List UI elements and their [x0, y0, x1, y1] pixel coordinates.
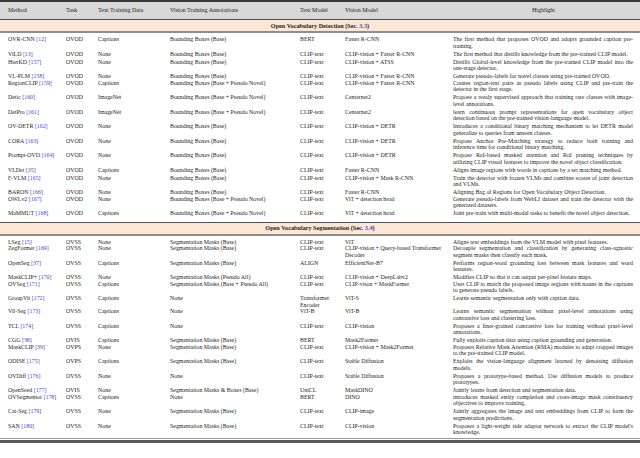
citation-link[interactable]: [174] — [20, 323, 33, 329]
text-training-data-cell: Captions — [98, 394, 170, 407]
table-row: OVDiff [176] OVSS None None CLIP-text St… — [0, 373, 640, 386]
text-training-data-cell: Captions — [98, 80, 170, 93]
column-header: Vision Model — [345, 7, 453, 14]
section-title-close: ) — [367, 22, 369, 29]
citation-link[interactable]: [173] — [27, 308, 40, 314]
citation-link[interactable]: [37] — [31, 260, 41, 266]
citation-link[interactable]: [162] — [35, 123, 48, 129]
citation-link[interactable]: [176] — [28, 373, 41, 379]
vision-model-cell: ViT + detection head — [345, 210, 453, 217]
vision-model-cell: Centernet2 — [345, 94, 453, 107]
text-model-cell: BERT — [300, 36, 345, 49]
table-bottom-rule-bar — [0, 440, 640, 443]
vision-model-cell: CLIP-vision + Mask R-CNN — [345, 175, 453, 188]
citation-link[interactable]: [172] — [32, 295, 45, 301]
method-name: TCL — [8, 323, 19, 329]
citation-link[interactable]: [170] — [39, 274, 52, 280]
method-cell: Cat-Seg [179] — [8, 408, 66, 421]
citation-link[interactable]: [165] — [28, 175, 41, 181]
citation-link[interactable]: [161] — [26, 109, 39, 115]
column-header: Task — [66, 7, 98, 14]
citation-link[interactable]: [168] — [36, 210, 49, 216]
citation-link[interactable]: [175] — [27, 358, 40, 364]
citation-link[interactable]: [180] — [21, 423, 34, 429]
citation-link[interactable]: [39] — [35, 344, 45, 350]
text-training-data-cell: Captions — [98, 281, 170, 294]
text-training-data-cell: None — [98, 138, 170, 151]
text-training-data-cell: Captions — [98, 210, 170, 217]
method-cell: F-VLM [165] — [8, 175, 66, 188]
highlight-cell: Joint pre-train with multi-modal tasks t… — [453, 210, 634, 217]
citation-link[interactable]: [177] — [34, 387, 47, 393]
citation-link[interactable]: [157] — [28, 59, 41, 65]
column-header: Highlight — [453, 7, 634, 14]
method-name: Cat-Seg — [8, 408, 27, 414]
citation-link[interactable]: [164] — [42, 152, 55, 158]
vision-annotations-cell: None — [170, 295, 300, 308]
section-number-link[interactable]: 3.4 — [365, 224, 373, 231]
vision-model-cell: DINO — [345, 394, 453, 407]
citation-link[interactable]: [163] — [26, 138, 39, 144]
section-number-link[interactable]: 3.3 — [359, 22, 367, 29]
citation-link[interactable]: [167] — [29, 196, 42, 202]
citation-link[interactable]: [166] — [30, 189, 43, 195]
vision-model-cell: Stable Diffusion — [345, 373, 453, 386]
highlight-cell: Generate pseudo-labels from WebLI datase… — [453, 196, 634, 209]
task-cell: OVOD — [66, 175, 98, 188]
method-cell: RegionCLIP [159] — [8, 80, 66, 93]
text-training-data-cell: ImageNet — [98, 94, 170, 107]
text-model-cell: CLIP-text — [300, 167, 345, 174]
method-cell: CORA [163] — [8, 138, 66, 151]
citation-link[interactable]: [171] — [27, 281, 40, 287]
section-title: Open Vocabulary Segmentation (Sec. — [265, 224, 365, 231]
method-name: SAN — [8, 423, 20, 429]
vision-model-cell: CLIP-vision + DETR — [345, 123, 453, 136]
table-row: CORA [163] OVOD None Bounding Boxes (Bas… — [0, 138, 640, 151]
method-name: BARON — [8, 189, 29, 195]
task-cell: OVOD — [66, 210, 98, 217]
task-cell: OVOD — [66, 59, 98, 72]
method-cell: TCL [174] — [8, 323, 66, 336]
section-rows: LSeg [15] OVSS None Segmentation Masks (… — [0, 236, 640, 436]
method-name: OpenSeg — [8, 260, 30, 266]
highlight-cell: Aligns image regions with words in capti… — [453, 167, 634, 174]
method-cell: OVSeg [171] — [8, 281, 66, 294]
citation-link[interactable]: [159] — [39, 80, 52, 86]
text-training-data-cell: ImageNet — [98, 109, 170, 122]
method-name: GroupVit — [8, 295, 30, 301]
vision-annotations-cell: Bounding Boxes (Base) — [170, 167, 300, 174]
task-cell: OVSS — [66, 423, 98, 436]
table-header-row: MethodTaskText Training DataVision Train… — [0, 0, 640, 20]
method-cell: GroupVit [172] — [8, 295, 66, 308]
table-row: HierKD [157] OVOD None Bounding Boxes (B… — [0, 59, 640, 72]
vision-annotations-cell: Bounding Boxes (Base + Pseudo Novel) — [170, 210, 300, 217]
vision-annotations-cell: Bounding Boxes (Base) — [170, 59, 300, 72]
highlight-cell: Proposes a finer-grained contrastive los… — [453, 323, 634, 336]
text-training-data-cell: Captions — [98, 260, 170, 273]
table-row: ViLD [13] OVOD None Bounding Boxes (Base… — [0, 51, 640, 58]
citation-link[interactable]: [13] — [23, 51, 33, 57]
text-training-data-cell: Captions — [98, 308, 170, 321]
citation-link[interactable]: [178] — [44, 394, 57, 400]
text-model-cell: Transformer Encoder — [300, 295, 345, 308]
vision-annotations-cell: None — [170, 308, 300, 321]
citation-link[interactable]: [12] — [36, 36, 46, 42]
method-name: MaskCLIP+ — [8, 274, 37, 280]
text-model-cell: CLIP-text — [300, 281, 345, 294]
task-cell: OVOD — [66, 138, 98, 151]
citation-link[interactable]: [169] — [36, 245, 49, 251]
table-row: MaMMUT [168] OVOD Captions Bounding Boxe… — [0, 210, 640, 217]
table-row: OVSeg [171] OVSS Captions Segmentation M… — [0, 281, 640, 294]
citation-link[interactable]: [158] — [31, 73, 44, 79]
citation-link[interactable]: [160] — [22, 94, 35, 100]
highlight-cell: Propose a wealy supervised approach that… — [453, 94, 634, 107]
citation-link[interactable]: [38] — [22, 337, 32, 343]
citation-link[interactable]: [179] — [28, 408, 41, 414]
method-name: OVSegmentor — [8, 394, 42, 400]
highlight-cell: learn continuous prompt representations … — [453, 109, 634, 122]
method-name: Vil-Seg — [8, 308, 26, 314]
citation-link[interactable]: [15] — [22, 239, 32, 245]
citation-link[interactable]: [35] — [26, 167, 36, 173]
method-name: Prompt-OVD — [8, 152, 40, 158]
vision-model-cell: CLIP-vision — [345, 423, 453, 436]
